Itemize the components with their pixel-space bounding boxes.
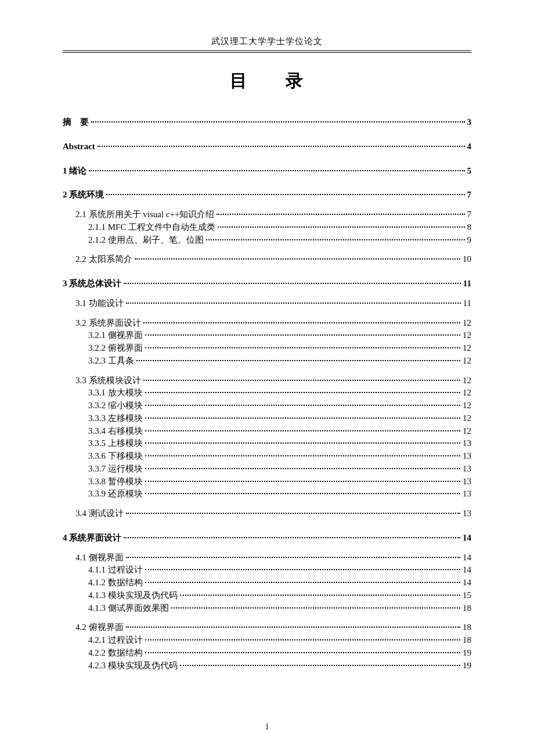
toc-entry[interactable]: Abstract4 xyxy=(63,141,471,153)
toc-entry-page: 12 xyxy=(461,412,471,425)
toc-entry-label: 4.1 侧视界面 xyxy=(75,552,125,564)
toc-entry-page: 12 xyxy=(461,317,471,330)
toc-entry-label: 3.3.9 还原模块 xyxy=(88,488,144,501)
toc-leader-dots xyxy=(145,392,460,393)
toc-entry-label: 3.2.3 工具条 xyxy=(88,355,135,368)
toc-entry[interactable]: 3.3.2 缩小模块12 xyxy=(63,399,471,412)
toc-entry[interactable]: 3.1 功能设计11 xyxy=(63,297,471,310)
toc-entry-page: 12 xyxy=(461,375,471,387)
toc-entry-label: 2 系统环境 xyxy=(63,189,105,201)
toc-leader-dots xyxy=(171,607,460,609)
toc-entry-page: 18 xyxy=(461,634,471,647)
toc-entry[interactable]: 2.1.2 使用点、刷子、笔、位图9 xyxy=(63,234,471,247)
toc-entry-page: 12 xyxy=(461,387,471,399)
toc-entry[interactable]: 4.1.2 数据结构14 xyxy=(63,577,471,589)
toc-entry[interactable]: 4.1.3 模块实现及伪代码15 xyxy=(63,589,471,602)
toc-entry[interactable]: 3.3.1 放大模块12 xyxy=(63,387,471,399)
toc-entry[interactable]: 4.2 俯视界面18 xyxy=(63,621,471,634)
toc-entry-label: Abstract xyxy=(63,141,96,153)
toc-entry-label: 4.1.3 侧试界面效果图 xyxy=(88,602,170,615)
toc-leader-dots xyxy=(135,258,461,260)
toc-entry[interactable]: 4 系统界面设计14 xyxy=(63,532,471,545)
toc-leader-dots xyxy=(218,226,464,228)
toc-entry-label: 3.2.2 俯视界面 xyxy=(88,342,144,355)
toc-gap xyxy=(63,368,471,375)
toc-entry-label: 4.2.1 过程设计 xyxy=(88,634,144,647)
toc-gap xyxy=(63,310,471,317)
toc-entry[interactable]: 4.1.3 侧试界面效果图18 xyxy=(63,602,471,615)
toc-entry-label: 3.3.4 右移模块 xyxy=(88,425,144,438)
page-container: 武汉理工大学学士学位论文 目 录 摘 要3Abstract41 绪论52 系统环… xyxy=(0,0,534,695)
toc-leader-dots xyxy=(124,283,461,284)
toc-entry[interactable]: 4.2.2 数据结构19 xyxy=(63,647,471,660)
toc-leader-dots xyxy=(145,347,460,348)
toc-entry[interactable]: 3.3 系统模块设计12 xyxy=(63,375,471,387)
toc-leader-dots xyxy=(145,442,460,444)
toc-leader-dots xyxy=(143,322,461,323)
running-header: 武汉理工大学学士学位论文 xyxy=(63,36,471,51)
toc-group: 4 系统界面设计144.1 侧视界面144.1.1 过程设计144.1.2 数据… xyxy=(63,532,471,672)
toc-entry-page: 13 xyxy=(461,437,471,450)
toc-entry[interactable]: 2.1 系统所用关于 visual c++知识介绍7 xyxy=(63,208,471,221)
toc-leader-dots xyxy=(145,417,460,419)
toc-entry-page: 11 xyxy=(462,297,471,310)
toc-entry-label: 4 系统界面设计 xyxy=(63,532,122,545)
toc-leader-dots xyxy=(126,513,461,514)
toc-entry[interactable]: 4.1 侧视界面14 xyxy=(63,552,471,564)
toc-entry-label: 2.1.1 MFC 工程文件中自动生成类 xyxy=(88,221,217,234)
toc-entry-page: 13 xyxy=(461,507,471,520)
toc-entry[interactable]: 3.3.3 左移模块12 xyxy=(63,412,471,425)
toc-entry[interactable]: 4.2.1 过程设计18 xyxy=(63,634,471,647)
toc-leader-dots xyxy=(126,557,461,558)
page-number: 1 xyxy=(0,722,534,732)
toc-entry[interactable]: 1 绪论5 xyxy=(63,165,471,178)
toc-leader-dots xyxy=(145,493,460,494)
toc-gap xyxy=(63,501,471,507)
toc-entry-page: 18 xyxy=(461,621,471,634)
toc-entry[interactable]: 2 系统环境7 xyxy=(63,189,471,201)
toc-leader-dots xyxy=(180,595,460,596)
toc-entry[interactable]: 3.3.5 上移模块13 xyxy=(63,437,471,450)
toc-entry[interactable]: 3.3.6 下移模块13 xyxy=(63,450,471,463)
toc-entry[interactable]: 3.2.1 侧视界面12 xyxy=(63,329,471,342)
toc-entry[interactable]: 4.2.3 模块实现及伪代码19 xyxy=(63,660,471,672)
toc-leader-dots xyxy=(126,303,461,304)
toc-entry-page: 8 xyxy=(466,221,472,234)
toc-entry-page: 14 xyxy=(461,532,471,545)
toc-group: 2 系统环境72.1 系统所用关于 visual c++知识介绍72.1.1 M… xyxy=(63,189,471,266)
toc-entry-label: 2.1.2 使用点、刷子、笔、位图 xyxy=(88,234,205,247)
toc-entry[interactable]: 3 系统总体设计11 xyxy=(63,278,471,290)
toc-entry[interactable]: 3.3.7 运行模块13 xyxy=(63,463,471,476)
toc-leader-dots xyxy=(136,360,460,361)
toc-entry[interactable]: 3.2 系统界面设计12 xyxy=(63,317,471,330)
toc-entry-page: 14 xyxy=(461,577,471,589)
toc-entry[interactable]: 4.1.1 过程设计14 xyxy=(63,564,471,577)
toc-entry-page: 19 xyxy=(461,647,471,660)
toc-entry-label: 2.2 太阳系简介 xyxy=(75,253,134,266)
toc-entry-page: 4 xyxy=(466,141,472,153)
toc-entry[interactable]: 3.3.8 暂停模块13 xyxy=(63,476,471,488)
toc-entry[interactable]: 3.3.4 右移模块12 xyxy=(63,425,471,438)
toc-entry-label: 3.3.3 左移模块 xyxy=(88,412,144,425)
toc-entry[interactable]: 3.4 测试设计13 xyxy=(63,507,471,520)
header-rule xyxy=(63,52,471,53)
toc-entry-page: 12 xyxy=(461,329,471,342)
table-of-contents: 摘 要3Abstract41 绪论52 系统环境72.1 系统所用关于 visu… xyxy=(63,116,471,672)
toc-group: 3 系统总体设计113.1 功能设计113.2 系统界面设计123.2.1 侧视… xyxy=(63,278,471,520)
toc-entry-label: 4.2.2 数据结构 xyxy=(88,647,144,660)
toc-entry[interactable]: 摘 要3 xyxy=(63,116,471,129)
toc-entry[interactable]: 2.2 太阳系简介10 xyxy=(63,253,471,266)
toc-entry-page: 3 xyxy=(466,116,472,129)
toc-leader-dots xyxy=(145,639,460,640)
toc-entry-label: 1 绪论 xyxy=(63,165,88,178)
toc-entry[interactable]: 3.3.9 还原模块13 xyxy=(63,488,471,501)
toc-entry[interactable]: 3.2.2 俯视界面12 xyxy=(63,342,471,355)
toc-leader-dots xyxy=(89,170,464,171)
toc-entry-page: 10 xyxy=(461,253,471,266)
toc-entry-label: 3.3.7 运行模块 xyxy=(88,463,144,476)
toc-leader-dots xyxy=(145,334,460,336)
toc-entry[interactable]: 2.1.1 MFC 工程文件中自动生成类8 xyxy=(63,221,471,234)
toc-entry-label: 摘 要 xyxy=(63,116,90,129)
toc-entry-page: 7 xyxy=(466,189,472,201)
toc-entry[interactable]: 3.2.3 工具条12 xyxy=(63,355,471,368)
